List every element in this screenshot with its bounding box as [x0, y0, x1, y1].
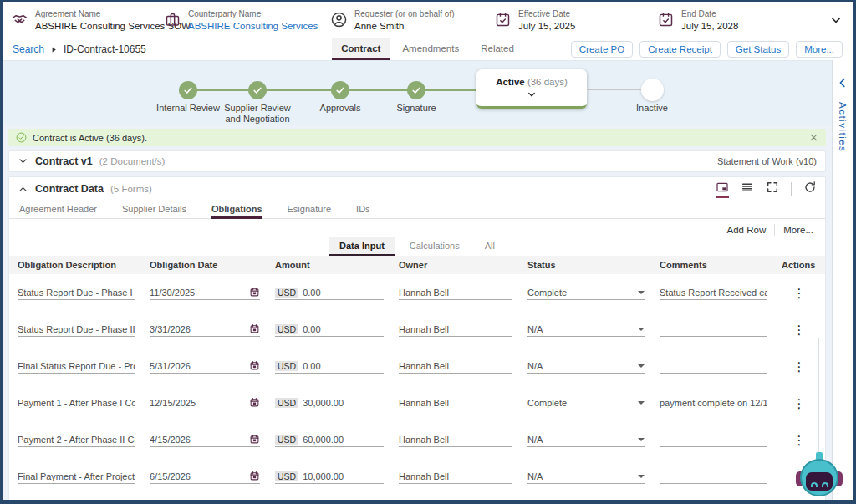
description-input[interactable]: Final Payment - After Project Com [18, 469, 135, 484]
kebab-menu-icon[interactable]: ⋮ [790, 397, 809, 410]
list-view-toggle[interactable] [741, 181, 754, 198]
owner-input[interactable]: Hannah Bell [399, 469, 512, 484]
owner-input[interactable]: Hannah Bell [399, 395, 512, 410]
owner-input[interactable]: Hannah Bell [399, 359, 512, 374]
amount-input[interactable]: USD60,000.00 [275, 432, 384, 447]
table-row: Status Report Due - Phase I Comp 11/30/2… [18, 274, 817, 311]
contract-v1-section[interactable]: Contract v1 (2 Document/s) Statement of … [8, 150, 826, 171]
fullscreen-icon[interactable] [766, 181, 779, 194]
form-tab-obligations[interactable]: Obligations [211, 201, 262, 219]
form-tab-agreement-header[interactable]: Agreement Header [19, 201, 97, 219]
calendar-icon[interactable] [249, 287, 260, 298]
date-input[interactable]: 4/15/2026 [150, 432, 260, 447]
status-select[interactable]: Complete [527, 285, 645, 300]
date-input[interactable]: 12/15/2025 [150, 395, 260, 410]
owner-input[interactable]: Hannah Bell [399, 285, 512, 300]
activities-panel-label[interactable]: Activities [838, 102, 848, 152]
status-select[interactable]: N/A [527, 359, 645, 374]
comments-input[interactable] [660, 469, 767, 484]
contract-toolbar: Search ID-Contract-10655 Contract Amendm… [3, 38, 853, 60]
card-view-toggle[interactable] [716, 181, 729, 198]
robot-chatbot-icon[interactable] [796, 451, 843, 497]
kebab-menu-icon[interactable]: ⋮ [790, 287, 809, 299]
comments-input[interactable] [660, 322, 767, 337]
chevron-left-icon[interactable] [837, 77, 848, 89]
active-step-chevron-down-icon[interactable] [527, 89, 537, 99]
amount-input[interactable]: USD30,000.00 [275, 395, 384, 410]
description-input[interactable]: Status Report Due - Phase I Comp [18, 285, 135, 300]
card-view-icon[interactable] [716, 181, 729, 194]
amount-input[interactable]: USD0.00 [275, 322, 384, 337]
form-tab-ids[interactable]: IDs [356, 201, 370, 219]
search-link[interactable]: Search [13, 43, 44, 55]
counterparty-name-label: Counterparty Name [188, 9, 318, 19]
calendar-icon[interactable] [249, 471, 260, 481]
currency-chip: USD [275, 324, 298, 334]
calendar-icon[interactable] [249, 360, 260, 371]
view-tab-all[interactable]: All [475, 237, 505, 256]
description-input[interactable]: Payment 2 - After Phase II Comple [18, 432, 135, 447]
tab-contract[interactable]: Contract [332, 38, 390, 60]
date-input[interactable]: 6/15/2026 [150, 469, 260, 484]
close-icon[interactable] [809, 133, 818, 142]
date-input[interactable]: 5/31/2026 [150, 359, 260, 374]
table-more-button[interactable]: More... [783, 225, 813, 235]
kebab-menu-icon[interactable]: ⋮ [790, 323, 809, 336]
calendar-icon[interactable] [249, 323, 260, 334]
list-view-icon[interactable] [741, 181, 754, 194]
counterparty-name-field: Counterparty Name ABSHIRE Consulting Ser… [164, 9, 330, 31]
effective-date-label: Effective Date [518, 9, 575, 19]
amount-input[interactable]: USD10,000.00 [275, 469, 384, 484]
form-tab-esignature[interactable]: Esignature [288, 201, 332, 219]
chevron-down-icon[interactable] [18, 155, 28, 166]
content-area: Internal Review Supplier Review and Nego… [3, 60, 832, 500]
owner-input[interactable]: Hannah Bell [399, 432, 512, 447]
tab-amendments[interactable]: Amendments [393, 38, 468, 60]
comments-input[interactable]: Status Report Received early on 1 [660, 285, 767, 300]
chevron-up-icon[interactable] [18, 184, 28, 195]
description-input[interactable]: Final Status Report Due - Project C [18, 359, 135, 374]
date-input[interactable]: 3/31/2026 [150, 322, 260, 337]
end-date-field: End Date July 15, 2028 [657, 9, 738, 31]
col-actions: Actions [782, 260, 817, 270]
status-select[interactable]: Complete [527, 395, 645, 410]
counterparty-name-link[interactable]: ABSHIRE Consulting Services [188, 21, 318, 31]
step-active-card[interactable]: Active (36 days) [476, 69, 587, 109]
refresh-button[interactable] [803, 181, 817, 198]
form-tab-supplier-details[interactable]: Supplier Details [122, 201, 186, 219]
amount-input[interactable]: USD0.00 [275, 285, 384, 300]
briefcase-icon [164, 11, 181, 28]
step-internal-review-check-icon [179, 81, 197, 99]
expand-header-chevron-down-icon[interactable] [829, 13, 843, 27]
fullscreen-toggle[interactable] [766, 181, 779, 198]
description-input[interactable]: Status Report Due - Phase II Comp [18, 322, 135, 337]
kebab-menu-icon[interactable]: ⋮ [790, 434, 809, 446]
status-select[interactable]: N/A [527, 322, 645, 337]
requester-value: Anne Smith [354, 21, 455, 31]
get-status-button[interactable]: Get Status [727, 41, 789, 58]
tab-related[interactable]: Related [471, 38, 523, 60]
more-button[interactable]: More... [796, 41, 843, 58]
calendar-icon[interactable] [249, 434, 260, 445]
amount-input[interactable]: USD0.00 [275, 359, 384, 374]
owner-input[interactable]: Hannah Bell [399, 322, 512, 337]
effective-date-value: July 15, 2025 [518, 21, 575, 31]
view-tab-calculations[interactable]: Calculations [400, 237, 470, 256]
calendar-icon[interactable] [249, 397, 260, 408]
view-tab-data-input[interactable]: Data Input [329, 237, 395, 256]
add-row-button[interactable]: Add Row [727, 225, 767, 235]
description-input[interactable]: Payment 1 - After Phase I Complet [18, 395, 135, 410]
create-po-button[interactable]: Create PO [571, 41, 633, 58]
step-internal-review-label: Internal Review [156, 103, 220, 114]
comments-input[interactable] [660, 432, 767, 447]
comments-input[interactable]: payment complete on 12/10 [660, 395, 767, 410]
date-input[interactable]: 11/30/2025 [150, 285, 260, 300]
end-date-label: End Date [681, 9, 738, 19]
kebab-menu-icon[interactable]: ⋮ [790, 360, 809, 373]
refresh-icon[interactable] [803, 181, 817, 194]
create-receipt-button[interactable]: Create Receipt [639, 41, 721, 58]
status-select[interactable]: N/A [527, 469, 645, 484]
status-select[interactable]: N/A [527, 432, 645, 447]
calendar-check-icon [657, 11, 675, 28]
comments-input[interactable] [660, 359, 767, 374]
